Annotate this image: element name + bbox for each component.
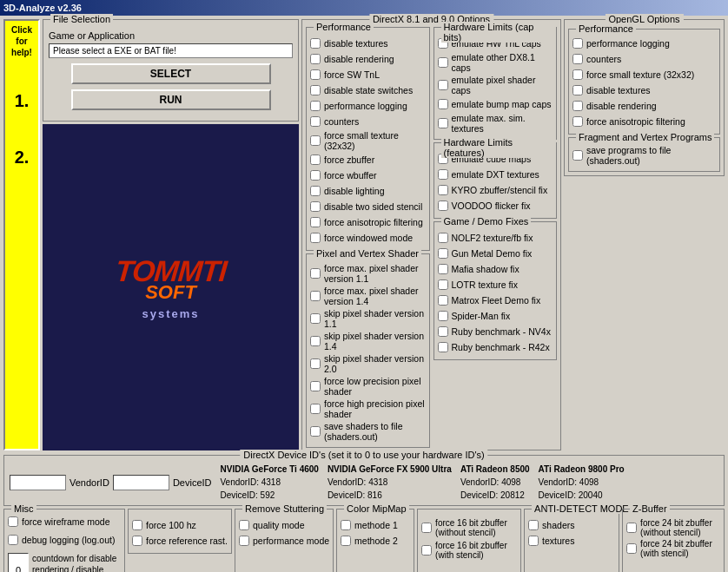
cb-ogl-counters-check[interactable] bbox=[572, 54, 583, 64]
cb-z24-no-stencil: force 24 bit zbuffer (without stencil) bbox=[626, 518, 720, 537]
cb-perf-logging-check[interactable] bbox=[310, 101, 321, 111]
cb-save-shaders-check[interactable] bbox=[310, 426, 321, 437]
countdown-label: countdown for disable rendering / disabl… bbox=[32, 553, 119, 572]
file-selection-title: File Selection bbox=[50, 14, 113, 24]
cb-skip-ps11-check[interactable] bbox=[310, 313, 321, 324]
cb-voodoo-fix-check[interactable] bbox=[438, 201, 448, 211]
cb-disable-rendering-check[interactable] bbox=[310, 54, 321, 64]
cb-ps11-check[interactable] bbox=[310, 268, 321, 279]
card-nvidia-4600-device: DeviceID: 592 bbox=[221, 489, 319, 502]
cb-methode2-check[interactable] bbox=[341, 536, 351, 546]
cb-ogl-force-aniso-check[interactable] bbox=[572, 116, 583, 127]
cb-force-16-no-stencil-check[interactable] bbox=[421, 523, 432, 533]
cb-ruby-nv4x-check[interactable] bbox=[438, 326, 448, 337]
cb-emulate-pixel-shader-check[interactable] bbox=[438, 80, 448, 90]
cb-z24-stencil-check[interactable] bbox=[626, 543, 637, 554]
cb-disable-textures: disable textures bbox=[310, 36, 426, 50]
click-help-panel[interactable]: Click for help! 1. 2. bbox=[3, 19, 40, 450]
cb-debug-logging-check[interactable] bbox=[8, 535, 18, 545]
bottom-controls: Misc force wireframe mode debug logging … bbox=[3, 509, 725, 572]
cb-performance-mode-check[interactable] bbox=[239, 536, 249, 546]
cb-z24-no-stencil-check[interactable] bbox=[626, 523, 637, 533]
cb-skip-ps14: skip pixel shader version 1.4 bbox=[310, 331, 426, 352]
force-zbuffer-group: force 16 bit zbuffer(without stencil) fo… bbox=[417, 509, 521, 572]
numbers-panel: 1. 2. bbox=[7, 65, 36, 168]
cb-shaders-check[interactable] bbox=[528, 520, 539, 530]
cb-force-wbuffer-check[interactable] bbox=[310, 170, 321, 181]
cb-high-prec-ps: force high precision pixel shader bbox=[310, 398, 426, 419]
misc-title: Misc bbox=[11, 503, 36, 514]
cb-matrox-check[interactable] bbox=[438, 295, 448, 306]
cb-force-ref-check[interactable] bbox=[132, 536, 142, 546]
number-1: 1. bbox=[15, 91, 30, 111]
game-fixes-title: Game / Demo Fixes bbox=[441, 216, 532, 227]
cb-lotr-check[interactable] bbox=[438, 279, 448, 290]
cb-skip-ps14-check[interactable] bbox=[310, 336, 321, 346]
cb-disable-lighting-check[interactable] bbox=[310, 186, 321, 196]
cb-force-16-stencil-check[interactable] bbox=[421, 545, 432, 556]
device-id-input[interactable] bbox=[113, 475, 169, 490]
cb-ogl-force-small-tex: force small texture (32x32) bbox=[572, 68, 716, 82]
cb-ogl-disable-render: disable rendering bbox=[572, 99, 716, 113]
cb-spider-man-check[interactable] bbox=[438, 311, 448, 321]
cb-force-small-tex-check[interactable] bbox=[310, 135, 321, 146]
cb-textures-check[interactable] bbox=[528, 536, 539, 546]
cb-ogl-force-small-tex-check[interactable] bbox=[572, 69, 583, 80]
cb-skip-ps20: skip pixel shader version 2.0 bbox=[310, 353, 426, 374]
card-nvidia-5900: NVIDIA GeForce FX 5900 Ultra VendorID: 4… bbox=[328, 463, 452, 502]
card-ati-8500-vendor: VendorID: 4098 bbox=[460, 476, 530, 489]
cb-force-aniso-check[interactable] bbox=[310, 217, 321, 227]
cb-force-sw-tnl-check[interactable] bbox=[310, 69, 321, 80]
card-ati-8500-name: ATi Radeon 8500 bbox=[460, 463, 530, 476]
cb-force-16-no-stencil: force 16 bit zbuffer(without stencil) bbox=[421, 518, 517, 537]
device-id-label: DeviceID bbox=[173, 477, 212, 488]
cb-skip-ps20-check[interactable] bbox=[310, 358, 321, 369]
cb-ruby-r42x-check[interactable] bbox=[438, 342, 448, 352]
cb-disable-two-sided-check[interactable] bbox=[310, 201, 321, 212]
game-app-label: Game or Application bbox=[49, 30, 135, 41]
vendor-id-input[interactable] bbox=[10, 475, 66, 490]
card-ati-8500-device: DeviceID: 20812 bbox=[460, 489, 530, 502]
cb-high-prec-ps-check[interactable] bbox=[310, 404, 321, 414]
cb-gun-metal-check[interactable] bbox=[438, 248, 448, 259]
cb-emulate-bump-map-check[interactable] bbox=[438, 99, 448, 109]
cb-force-windowed-check[interactable] bbox=[310, 233, 321, 243]
countdown-input[interactable] bbox=[8, 553, 29, 572]
cb-low-prec-ps-check[interactable] bbox=[310, 381, 321, 391]
cb-nolf2: NOLF2 texture/fb fix bbox=[438, 231, 553, 245]
anti-detect-group: ANTI-DETECT MODE shaders textures bbox=[524, 509, 619, 572]
cb-kyro-fix-check[interactable] bbox=[438, 185, 448, 195]
cb-save-programs-check[interactable] bbox=[572, 150, 583, 161]
cb-mafia-shadow-check[interactable] bbox=[438, 264, 448, 274]
cb-methode1-check[interactable] bbox=[341, 520, 351, 530]
card-nvidia-5900-vendor: VendorID: 4318 bbox=[328, 476, 452, 489]
cb-quality-mode-check[interactable] bbox=[239, 520, 249, 530]
cb-force-zbuffer-check[interactable] bbox=[310, 155, 321, 165]
cb-voodoo-fix: VOODOO flicker fix bbox=[438, 199, 553, 213]
device-ids-group: DirectX Device ID's (set it to 0 to use … bbox=[3, 455, 725, 506]
cb-ogl-disable-render-check[interactable] bbox=[572, 101, 583, 111]
cb-disable-textures-check[interactable] bbox=[310, 38, 321, 49]
top-row: Click for help! 1. 2. File Selection Gam… bbox=[3, 19, 725, 450]
cb-force-small-tex: force small texture (32x32) bbox=[310, 130, 426, 151]
cb-disable-state-check[interactable] bbox=[310, 85, 321, 95]
directx-content: Performance disable textures disable ren… bbox=[306, 27, 557, 448]
card-ati-9800-vendor: VendorID: 4098 bbox=[539, 476, 625, 489]
run-button[interactable]: RUN bbox=[71, 89, 271, 110]
cb-save-programs: save programs to file (shaders.out) bbox=[572, 145, 716, 166]
select-button[interactable]: SELECT bbox=[71, 63, 271, 84]
cb-z24-stencil: force 24 bit zbuffer (with stencil) bbox=[626, 539, 720, 558]
file-path-display: Please select a EXE or BAT file! bbox=[49, 43, 293, 58]
cb-emulate-dxt-check[interactable] bbox=[438, 169, 448, 180]
cb-emulate-dx81-check[interactable] bbox=[438, 57, 448, 68]
cb-force-100hz-check[interactable] bbox=[132, 520, 142, 530]
cb-ps14-check[interactable] bbox=[310, 291, 321, 301]
cb-emulate-max-sim-check[interactable] bbox=[438, 118, 448, 128]
middle-column: DirectX 8.1 and 9.0 Options Performance … bbox=[301, 19, 561, 450]
cb-force-wireframe-check[interactable] bbox=[8, 516, 18, 527]
cb-counters-check[interactable] bbox=[310, 116, 321, 127]
cb-disable-rendering: disable rendering bbox=[310, 52, 426, 66]
cb-ogl-disable-tex-check[interactable] bbox=[572, 85, 583, 95]
cb-ogl-perf-logging-check[interactable] bbox=[572, 38, 583, 49]
cb-nolf2-check[interactable] bbox=[438, 233, 448, 243]
